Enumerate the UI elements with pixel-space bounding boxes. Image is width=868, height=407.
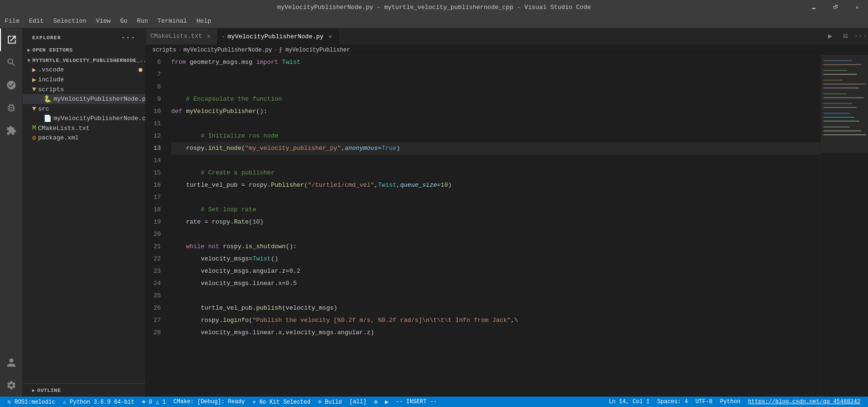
- menubar-item-run[interactable]: Run: [132, 14, 152, 28]
- code-line-7: [171, 69, 821, 81]
- status-insert-mode: -- INSERT --: [392, 397, 440, 407]
- ln-7: 7: [146, 69, 165, 81]
- minimap: [821, 55, 868, 397]
- ln-14: 14: [146, 155, 165, 167]
- ln-9: 9: [146, 93, 165, 105]
- tree-item-scripts[interactable]: ▼ scripts: [23, 85, 145, 94]
- tree-item-label: package.xml: [38, 134, 79, 141]
- ros-label: ⎋ ROS1:melodic: [8, 398, 55, 406]
- tree-item-cpp-file[interactable]: 📄 myVelocityPublisherNode.cpp: [23, 113, 145, 123]
- code-line-8: [171, 81, 821, 93]
- code-editor[interactable]: from geometry_msgs.msg import Twist # En…: [169, 55, 821, 397]
- status-gear[interactable]: ⚙: [370, 397, 381, 407]
- tree-item-py-file[interactable]: 🐍 myVelocityPublisherNode.py: [23, 94, 145, 104]
- status-link[interactable]: https://blog.csdn.net/qq_45488242: [744, 397, 864, 407]
- status-all[interactable]: [all]: [346, 397, 370, 407]
- tab-dot: ●: [222, 35, 225, 39]
- status-python[interactable]: ⚠ Python 3.6.9 64-bit: [59, 397, 138, 407]
- tab-py[interactable]: ● myVelocityPublisherNode.py ✕: [218, 28, 339, 44]
- outline-chevron: ▶: [32, 388, 35, 393]
- tabs-bar-actions: ▶ ⊟ ···: [823, 28, 868, 44]
- code-line-12: # Initialize ros node: [171, 130, 821, 142]
- menubar-item-selection[interactable]: Selection: [48, 14, 91, 28]
- tree-item-label: include: [38, 76, 64, 83]
- cpp-icon: 📄: [44, 114, 52, 122]
- status-cmake[interactable]: CMake: [Debug]: Ready: [170, 397, 249, 407]
- tab-close-py[interactable]: ✕: [326, 33, 334, 40]
- open-editors-section: ▶ OPEN EDITORS: [23, 45, 145, 55]
- code-line-27: rospy.loginfo("Publish the velocity [%0.…: [171, 314, 821, 327]
- status-ln-col[interactable]: Ln 14, Col 1: [605, 397, 653, 407]
- search-activity-icon[interactable]: [0, 51, 23, 74]
- folder-icon: ▼: [32, 86, 36, 93]
- tab-cmake[interactable]: CMakeLists.txt ✕: [146, 28, 218, 44]
- split-editor-button[interactable]: ⊟: [838, 28, 853, 44]
- ln-19: 19: [146, 216, 165, 228]
- status-language[interactable]: Python: [716, 397, 744, 407]
- activitybar: [0, 28, 23, 397]
- source-control-activity-icon[interactable]: [0, 74, 23, 96]
- minimize-button[interactable]: 🗕: [803, 0, 824, 14]
- tab-close-cmake[interactable]: ✕: [205, 33, 212, 40]
- folder-icon: ▶: [32, 76, 36, 84]
- open-editors-header[interactable]: ▶ OPEN EDITORS: [23, 46, 145, 54]
- code-line-24: velocity_msgs.linear.x=0.5: [171, 277, 821, 290]
- menubar-item-go[interactable]: Go: [115, 14, 132, 28]
- tree-item-cmake-file[interactable]: M CMakeLists.txt: [23, 123, 145, 133]
- explorer-activity-icon[interactable]: [0, 28, 23, 51]
- more-actions-button[interactable]: ···: [853, 28, 868, 44]
- tree-item-label: myVelocityPublisherNode.cpp: [53, 115, 145, 122]
- breadcrumb-scripts[interactable]: scripts: [152, 47, 176, 53]
- status-ros-melodic[interactable]: ⎋ ROS1:melodic: [4, 397, 59, 407]
- open-editors-chevron: ▶: [27, 47, 31, 53]
- tree-item-vscode[interactable]: ▶ .vscode: [23, 65, 145, 75]
- no-kit-label: ✕ No Kit Selected: [253, 398, 310, 406]
- settings-activity-icon[interactable]: [0, 374, 23, 397]
- tree-item-xml-file[interactable]: ⚙ package.xml: [23, 133, 145, 143]
- py-icon: 🐍: [44, 95, 52, 103]
- status-build[interactable]: ⊙ Build: [314, 397, 345, 407]
- modified-badge: [139, 68, 142, 72]
- menubar-item-file[interactable]: File: [0, 14, 24, 28]
- sidebar-header-label: EXPLORER: [32, 35, 61, 41]
- open-editors-label: OPEN EDITORS: [33, 47, 73, 53]
- breadcrumb-file[interactable]: myVelocityPublisherNode.py: [184, 47, 272, 53]
- project-header[interactable]: ▼ MYTURTLE_VELOCITY_PUBLISHERNODE_...: [23, 56, 145, 65]
- main-layout: EXPLORER ··· ▶ OPEN EDITORS ▼ MYTURTLE_V…: [0, 28, 868, 397]
- close-button[interactable]: ✕: [846, 0, 868, 14]
- code-line-23: velocity_msgs.angular.z=0.2: [171, 265, 821, 277]
- menubar-item-view[interactable]: View: [91, 14, 115, 28]
- restore-button[interactable]: 🗗: [824, 0, 846, 14]
- statusbar-right: Ln 14, Col 1 Spaces: 4 UTF-8 Python http…: [605, 397, 864, 407]
- status-encoding[interactable]: UTF-8: [692, 397, 716, 407]
- ln-23: 23: [146, 265, 165, 277]
- outline-section[interactable]: ▶ OUTLINE: [23, 383, 145, 397]
- status-run[interactable]: ▶: [381, 397, 392, 407]
- run-button[interactable]: ▶: [823, 28, 838, 44]
- code-container[interactable]: 6 7 8 9 10 11 12 13 14 15 16 17 18 19 20…: [146, 55, 868, 397]
- status-spaces[interactable]: Spaces: 4: [653, 397, 692, 407]
- ln-col-label: Ln 14, Col 1: [609, 398, 649, 405]
- status-errors[interactable]: ⊗ 0 △ 1: [138, 397, 169, 407]
- menubar-item-terminal[interactable]: Terminal: [153, 14, 192, 28]
- tree-item-label: .vscode: [38, 66, 64, 73]
- ln-28: 28: [146, 327, 165, 339]
- editor-area: CMakeLists.txt ✕ ● myVelocityPublisherNo…: [146, 28, 868, 397]
- ln-22: 22: [146, 253, 165, 265]
- debug-activity-icon[interactable]: [0, 96, 23, 119]
- tree-item-src[interactable]: ▼ src: [23, 104, 145, 113]
- errors-label: ⊗ 0 △ 1: [142, 398, 166, 406]
- menubar-item-help[interactable]: Help: [192, 14, 216, 28]
- status-no-kit[interactable]: ✕ No Kit Selected: [249, 397, 314, 407]
- sidebar-more-button[interactable]: ···: [121, 34, 136, 42]
- project-chevron: ▼: [27, 58, 31, 63]
- ln-13: 13: [146, 142, 165, 155]
- folder-icon: ▶: [32, 66, 36, 74]
- code-line-26: turtle_vel_pub.publish(velocity_msgs): [171, 302, 821, 314]
- account-activity-icon[interactable]: [0, 351, 23, 374]
- csdn-link[interactable]: https://blog.csdn.net/qq_45488242: [748, 398, 860, 405]
- menubar-item-edit[interactable]: Edit: [24, 14, 48, 28]
- extensions-activity-icon[interactable]: [0, 119, 23, 142]
- breadcrumb-function[interactable]: ⨍ myVelocityPublisher: [279, 46, 350, 53]
- tree-item-include[interactable]: ▶ include: [23, 75, 145, 85]
